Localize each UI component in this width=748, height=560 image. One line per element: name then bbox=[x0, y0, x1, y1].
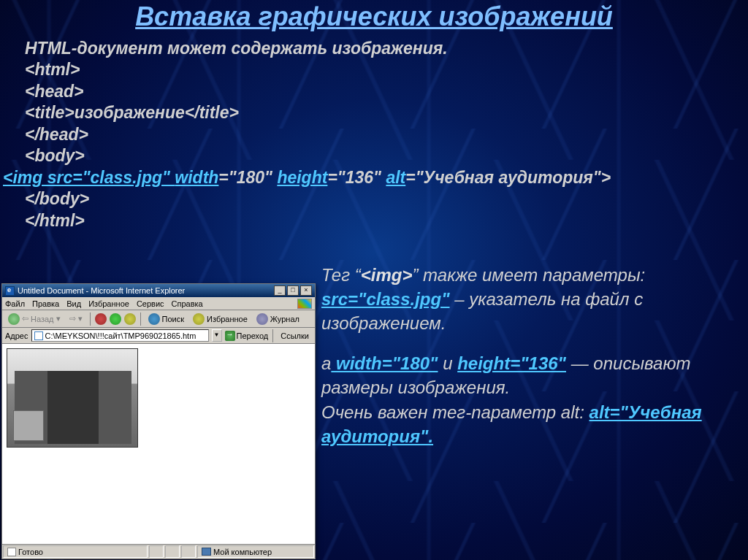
desc-p2: а width="180" и height="136" — описывают… bbox=[321, 351, 730, 399]
go-button[interactable]: Переход bbox=[225, 331, 269, 341]
forward-button[interactable]: ⇨ ▾ bbox=[66, 313, 85, 324]
ms-logo-icon bbox=[297, 299, 312, 309]
menu-edit[interactable]: Правка bbox=[32, 299, 59, 308]
address-label: Адрес bbox=[5, 331, 28, 340]
stop-icon[interactable] bbox=[95, 313, 107, 325]
search-icon bbox=[148, 313, 160, 325]
classroom-image bbox=[7, 348, 138, 448]
code-line: <head> bbox=[25, 81, 748, 102]
code-line: </html> bbox=[25, 210, 748, 231]
height-attr-link: height bbox=[277, 168, 327, 187]
window-title: Untitled Document - Microsoft Internet E… bbox=[18, 286, 274, 295]
browser-titlebar: Untitled Document - Microsoft Internet E… bbox=[2, 284, 315, 297]
width-link: width="180" bbox=[331, 353, 438, 373]
menu-favorites[interactable]: Избранное bbox=[88, 299, 129, 308]
code-line: <title>изображение</title> bbox=[25, 102, 748, 123]
back-arrow-icon bbox=[8, 313, 20, 325]
alt-attr-link: alt bbox=[386, 168, 405, 187]
history-button[interactable]: Журнал bbox=[253, 312, 302, 326]
status-zone: Мой компьютер bbox=[197, 545, 314, 558]
menu-file[interactable]: Файл bbox=[5, 299, 25, 308]
code-line: <body> bbox=[25, 145, 748, 166]
img-tag-bold: <img> bbox=[361, 265, 413, 285]
code-line: <html> bbox=[25, 59, 748, 80]
description-paragraph: Тег “<img>” также имеет параметры: src="… bbox=[321, 263, 730, 448]
computer-icon bbox=[202, 548, 211, 556]
menu-tools[interactable]: Сервис bbox=[137, 299, 164, 308]
code-example: HTML-документ может содержать изображени… bbox=[0, 32, 748, 231]
close-button[interactable]: × bbox=[300, 285, 312, 296]
width-attr-link: width bbox=[175, 168, 218, 187]
menu-help[interactable]: Справка bbox=[172, 299, 203, 308]
ie-icon bbox=[5, 286, 15, 296]
code-line: </body> bbox=[25, 188, 748, 210]
back-button[interactable]: ⇦ Назад ▾ bbox=[5, 312, 64, 326]
status-ready: Готово bbox=[3, 545, 148, 558]
browser-addressbar: Адрес C:\MEYKSON\!!!сайт\TMP969021865.ht… bbox=[2, 328, 315, 344]
favorites-button[interactable]: Избранное bbox=[190, 312, 251, 326]
browser-toolbar: ⇦ Назад ▾ ⇨ ▾ Поиск Избранное Журнал bbox=[2, 310, 315, 328]
desc-p1: Тег “<img>” также имеет параметры: src="… bbox=[321, 263, 730, 335]
document-icon bbox=[7, 548, 16, 556]
desc-p3: Очень важен тег-параметр alt: alt="Учебн… bbox=[321, 400, 730, 448]
browser-content bbox=[2, 344, 315, 544]
browser-statusbar: Готово Мой компьютер bbox=[2, 544, 315, 559]
intro-text: HTML-документ может содержать изображени… bbox=[25, 38, 748, 59]
status-ssl bbox=[181, 545, 196, 558]
browser-window: Untitled Document - Microsoft Internet E… bbox=[1, 283, 316, 559]
home-icon[interactable] bbox=[124, 313, 136, 325]
alt-value: ="Учебная аудитория"> bbox=[405, 168, 611, 187]
height-link: height="136" bbox=[457, 353, 566, 373]
src-link: src="class.jpg" bbox=[321, 289, 450, 309]
status-empty bbox=[149, 545, 164, 558]
page-icon bbox=[34, 331, 43, 340]
browser-menubar: Файл Правка Вид Избранное Сервис Справка bbox=[2, 297, 315, 310]
address-input[interactable]: C:\MEYKSON\!!!сайт\TMP969021865.htm bbox=[31, 329, 209, 342]
height-value: ="136" bbox=[327, 168, 386, 187]
status-empty bbox=[165, 545, 180, 558]
search-button[interactable]: Поиск bbox=[145, 312, 187, 326]
address-value: C:\MEYKSON\!!!сайт\TMP969021865.htm bbox=[45, 331, 196, 340]
refresh-icon[interactable] bbox=[110, 313, 121, 325]
img-tag-link: <img src="class.jpg" bbox=[3, 168, 175, 187]
code-line: </head> bbox=[25, 124, 748, 145]
menu-view[interactable]: Вид bbox=[66, 299, 81, 308]
favorites-icon bbox=[193, 313, 205, 325]
minimize-button[interactable]: _ bbox=[274, 285, 286, 296]
maximize-button[interactable]: □ bbox=[287, 285, 299, 296]
slide-title: Вставка графических изображений bbox=[0, 0, 748, 32]
address-dropdown[interactable]: ▼ bbox=[212, 329, 222, 342]
history-icon bbox=[256, 313, 268, 325]
go-icon bbox=[225, 331, 235, 341]
width-value: ="180" bbox=[218, 168, 277, 187]
links-button[interactable]: Ссылки bbox=[278, 331, 312, 340]
code-line-img: <img src="class.jpg" width="180" height=… bbox=[3, 167, 748, 188]
